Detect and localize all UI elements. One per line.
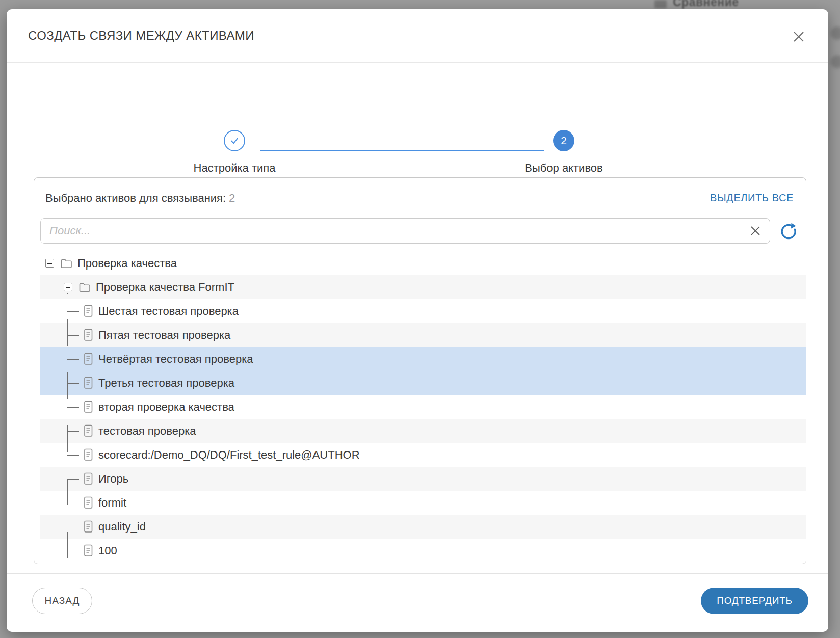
tree-item-label: Четвёртая тестовая проверка — [98, 353, 253, 366]
search-field-wrapper — [40, 218, 770, 244]
tree-item-label: quality_id — [98, 520, 146, 534]
tree-rows: Проверка качества Проверка качества Form… — [40, 251, 806, 564]
tree-row[interactable]: formit — [40, 491, 806, 515]
tree-row[interactable]: Четвёртая тестовая проверка — [40, 347, 806, 371]
create-links-dialog: СОЗДАТЬ СВЯЗИ МЕЖДУ АКТИВАМИ Настройка т… — [7, 9, 828, 632]
confirm-button[interactable]: ПОДТВЕРДИТЬ — [701, 588, 808, 614]
tree-item-label: 100 — [98, 544, 117, 557]
asset-selection-panel: Выбрано активов для связывания:2 ВЫДЕЛИТ… — [34, 177, 806, 564]
folder-icon — [79, 282, 91, 293]
document-icon — [83, 329, 93, 342]
tree-row[interactable]: scorecard:/Demo_DQ/DQ/First_test_rule@AU… — [40, 443, 806, 467]
folder-icon — [61, 258, 72, 269]
tree-row[interactable]: Игорь — [40, 467, 806, 491]
clear-search-icon[interactable] — [748, 223, 763, 238]
tree-row[interactable]: Проверка качества FormIT — [40, 275, 806, 299]
tree-guide-line — [49, 269, 49, 287]
collapse-toggle[interactable] — [45, 259, 54, 268]
tree-row[interactable]: Проверка качества — [40, 251, 806, 275]
selected-count-value: 2 — [229, 192, 235, 204]
step-1-check-icon — [224, 130, 245, 151]
tree-row[interactable]: quality_id — [40, 515, 806, 539]
document-icon — [83, 472, 93, 486]
background-compare-icon — [654, 0, 667, 8]
document-icon — [83, 544, 93, 557]
tree-row[interactable]: Третья тестовая проверка — [40, 371, 806, 395]
document-icon — [83, 424, 93, 438]
tree-item-label: Проверка качества FormIT — [96, 281, 234, 294]
search-input[interactable] — [40, 218, 770, 244]
tree-row[interactable]: тестовая проверка — [40, 419, 806, 443]
dialog-title: СОЗДАТЬ СВЯЗИ МЕЖДУ АКТИВАМИ — [28, 29, 254, 43]
refresh-icon[interactable] — [779, 222, 798, 241]
tree-row[interactable]: Пятая тестовая проверка — [40, 323, 806, 347]
tree-item-label: Игорь — [98, 472, 128, 486]
background-page-text: Сравнение — [673, 0, 739, 9]
close-icon[interactable] — [791, 29, 807, 45]
tree-item-label: scorecard:/Demo_DQ/DQ/First_test_rule@AU… — [98, 448, 360, 462]
tree-row[interactable]: Шестая тестовая проверка — [40, 299, 806, 323]
tree-item-label: Третья тестовая проверка — [98, 377, 234, 390]
tree-item-label: Проверка качества — [77, 257, 177, 270]
tree-item-label: Шестая тестовая проверка — [98, 305, 239, 318]
tree-item-label: Пятая тестовая проверка — [98, 329, 230, 342]
tree-row[interactable]: 100 — [40, 539, 806, 563]
tree-guide-line — [49, 287, 64, 287]
document-icon — [83, 496, 93, 510]
document-icon — [83, 448, 93, 462]
step-2-number-badge: 2 — [553, 130, 574, 151]
panel-header: Выбрано активов для связывания:2 ВЫДЕЛИТ… — [34, 178, 806, 218]
document-icon — [83, 377, 93, 390]
back-button[interactable]: НАЗАД — [32, 588, 92, 614]
dialog-footer: НАЗАД ПОДТВЕРДИТЬ — [7, 574, 828, 632]
tree-guide-line — [67, 293, 68, 564]
tree-item-label: вторая проверка качества — [98, 401, 234, 414]
tree-row[interactable]: вторая проверка качества — [40, 395, 806, 419]
select-all-link[interactable]: ВЫДЕЛИТЬ ВСЕ — [710, 192, 794, 204]
document-icon — [83, 353, 93, 366]
background-blur-decoration — [831, 55, 840, 68]
document-icon — [83, 401, 93, 414]
tree-item-label: тестовая проверка — [98, 424, 196, 438]
document-icon — [83, 305, 93, 318]
document-icon — [83, 520, 93, 534]
background-blur-decoration — [831, 26, 840, 40]
tree-item-label: formit — [98, 496, 126, 510]
collapse-toggle[interactable] — [64, 283, 72, 291]
dialog-header: СОЗДАТЬ СВЯЗИ МЕЖДУ АКТИВАМИ — [7, 9, 828, 63]
selected-count-label: Выбрано активов для связывания:2 — [45, 192, 235, 205]
stepper: Настройка типа связи 2 Выбор активов для… — [7, 63, 828, 170]
